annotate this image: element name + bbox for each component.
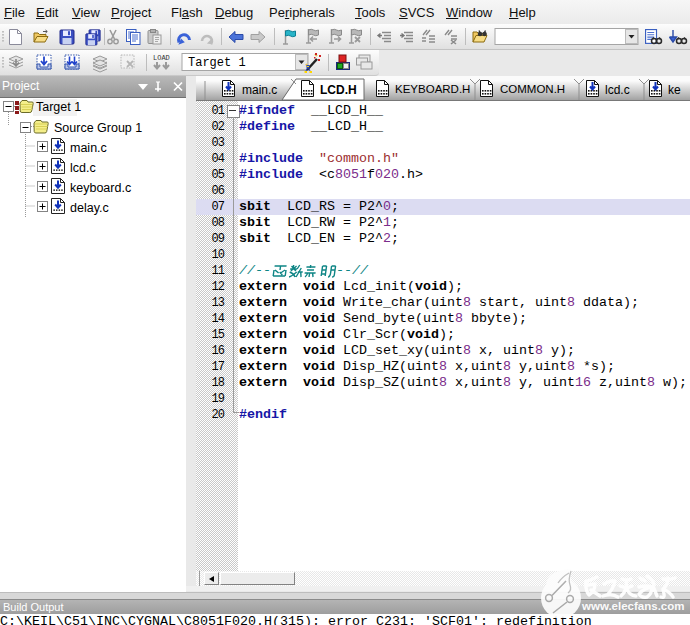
svg-text:Target 1: Target 1 — [188, 56, 246, 70]
svg-text:www.elecfans.com: www.elecfans.com — [581, 600, 684, 612]
